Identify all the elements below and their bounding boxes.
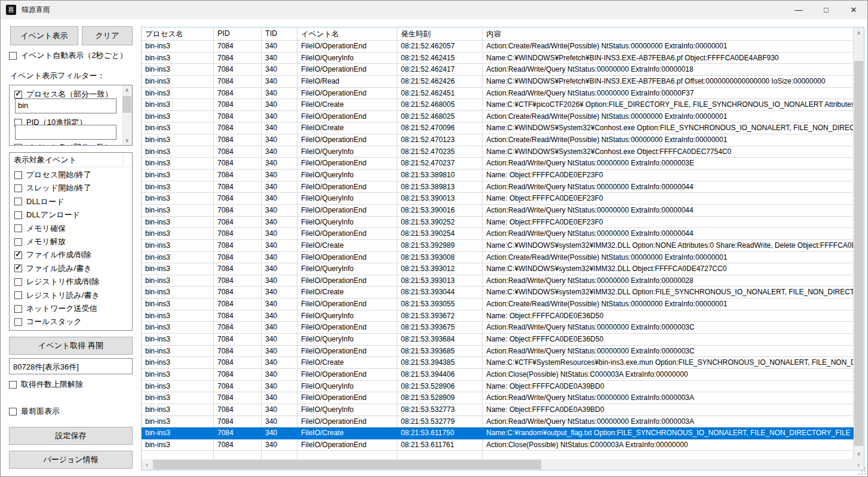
checkbox-box [14,238,22,246]
event-type-checkbox-3[interactable]: DLLアンロード [14,210,80,220]
titlebar: 喜 猫原喜雨 — □ ✕ [1,1,867,19]
table-row[interactable]: bin-ins37084340FileIO/QueryInfo08:21:52.… [142,53,854,64]
filter-scrollbar[interactable]: ∧ ∨ [122,85,132,145]
pid-input[interactable] [15,125,116,140]
table-cell: 340 [262,217,297,229]
column-header-4[interactable]: 発生時刻 [397,27,483,40]
table-cell: FileIO/OperationEnd [297,228,397,240]
app-icon: 喜 [6,5,16,15]
event-type-checkbox-6[interactable]: ファイル作成/削除 [14,250,91,260]
table-row[interactable]: bin-ins37084340FileIO/OperationEnd08:21:… [142,346,854,358]
event-type-checkbox-11[interactable]: コールスタック [14,316,82,327]
close-button[interactable]: ✕ [840,1,867,19]
event-name-filter-checkbox[interactable]: イベント名（部分一致） [14,142,112,146]
scroll-up-icon[interactable]: ∧ [122,87,132,94]
maximize-button[interactable]: □ [812,1,840,19]
column-header-3[interactable]: イベント名 [297,27,397,40]
table-row[interactable]: bin-ins37084340FileIO/OperationEnd08:21:… [142,275,854,287]
table-row[interactable]: bin-ins37084340FileIO/OperationEnd08:21:… [142,392,854,404]
scroll-down-icon[interactable]: ∨ [122,137,132,144]
table-row[interactable]: bin-ins37084340FileIO/OperationEnd08:21:… [142,88,854,100]
horizontal-scrollbar[interactable]: ‹ › [142,459,864,470]
table-row[interactable]: bin-ins37084340FileIO/QueryInfo08:21:53.… [142,334,854,346]
table-row[interactable]: bin-ins37084340FileIO/Create08:21:52.468… [142,99,854,111]
table-cell: 7084 [214,99,262,111]
table-row[interactable]: bin-ins37084340FileIO/OperationEnd08:21:… [142,298,854,310]
minimize-button[interactable]: — [785,1,812,19]
table-row[interactable]: bin-ins37084340FileIO/QueryInfo08:21:53.… [142,170,854,181]
table-row[interactable]: bin-ins37084340FileIO/OperationEnd08:21:… [142,369,854,381]
auto-display-checkbox[interactable]: イベント自動表示（2秒ごと） [9,50,127,61]
table-row[interactable]: bin-ins37084340FileIO/OperationEnd08:21:… [142,205,854,217]
table-row[interactable]: bin-ins37084340FileIO/Create08:21:52.470… [142,122,854,134]
table-cell: 08:21:53.528906 [397,381,483,393]
limit-release-checkbox[interactable]: 取得件数上限解除 [9,379,83,390]
event-type-checkbox-1[interactable]: スレッド開始/終了 [14,183,91,193]
table-cell: 08:21:53.393044 [397,287,483,298]
show-events-button[interactable]: イベント表示 [10,26,78,45]
resize-grip[interactable] [858,467,866,475]
table-row[interactable]: bin-ins37084340FileIO/Create08:21:53.393… [142,287,854,298]
table-cell: FileIO/OperationEnd [297,181,397,193]
event-type-checkbox-10[interactable]: ネットワーク送受信 [14,303,97,314]
table-cell: bin-ins3 [142,334,214,346]
table-row[interactable]: bin-ins37084340FileIO/OperationEnd08:21:… [142,134,854,146]
scroll-left-icon[interactable]: ‹ [143,459,151,470]
checkbox-box [14,198,22,205]
scrollbar-thumb[interactable] [122,96,131,113]
table-row[interactable]: bin-ins37084340FileIO/OperationEnd08:21:… [142,158,854,170]
table-row[interactable] [142,451,854,459]
table-row[interactable]: bin-ins37084340FileIO/QueryInfo08:21:53.… [142,310,854,322]
table-cell: FileIO/QueryInfo [297,334,397,346]
scroll-up-icon[interactable]: ∧ [854,29,864,36]
table-row[interactable]: bin-ins37084340FileIO/OperationEnd08:21:… [142,41,854,53]
event-type-checkbox-9[interactable]: レジストリ読み/書き [14,290,100,301]
table-row[interactable]: bin-ins37084340FileIO/QueryInfo08:21:53.… [142,404,854,416]
table-row[interactable]: bin-ins37084340FileIO/OperationEnd08:21:… [142,181,854,193]
column-header-2[interactable]: TID [262,27,297,40]
vertical-scrollbar[interactable]: ∧ ∨ [854,27,864,459]
table-row[interactable]: bin-ins37084340FileIO/Create08:21:53.611… [142,427,854,439]
topmost-checkbox[interactable]: 最前面表示 [9,406,60,417]
scroll-down-icon[interactable]: ∨ [854,450,864,457]
event-type-label: レジストリ作成/削除 [26,276,99,287]
table-row[interactable]: bin-ins37084340FileIO/OperationEnd08:21:… [142,64,854,76]
column-header-5[interactable]: 内容 [483,27,854,40]
column-header-0[interactable]: プロセス名 [142,27,214,40]
event-type-checkbox-2[interactable]: DLLロード [14,196,64,207]
table-cell: bin-ins3 [142,357,214,369]
event-type-checkbox-4[interactable]: メモリ確保 [14,223,66,234]
table-cell: 08:21:53.389813 [397,181,483,193]
table-row[interactable]: bin-ins37084340FileIO/Create08:21:53.394… [142,357,854,369]
event-type-checkbox-8[interactable]: レジストリ作成/削除 [14,276,99,287]
table-row[interactable]: bin-ins37084340FileIO/OperationEnd08:21:… [142,252,854,264]
table-row[interactable]: bin-ins37084340FileIO/QueryInfo08:21:52.… [142,146,854,158]
table-cell: 08:21:52.470235 [397,146,483,158]
checkbox-box [9,52,17,60]
table-row[interactable]: bin-ins37084340FileIO/QueryInfo08:21:53.… [142,193,854,205]
table-cell: 340 [262,263,297,275]
table-row[interactable]: bin-ins37084340FileIO/QueryInfo08:21:53.… [142,217,854,229]
table-row[interactable]: bin-ins37084340FileIO/QueryInfo08:21:53.… [142,381,854,393]
clear-button[interactable]: クリア [82,26,133,45]
version-info-button[interactable]: バージョン情報 [9,451,133,469]
table-row[interactable]: bin-ins37084340FileIO/OperationEnd08:21:… [142,416,854,428]
table-cell: bin-ins3 [142,439,214,451]
event-type-checkbox-7[interactable]: ファイル読み/書き [14,263,91,274]
table-row[interactable]: bin-ins37084340FileIO/OperationEnd08:21:… [142,228,854,240]
table-row[interactable]: bin-ins37084340FileIO/OperationEnd08:21:… [142,322,854,334]
table-row[interactable]: bin-ins37084340FileIO/Create08:21:53.392… [142,240,854,252]
event-type-checkbox-5[interactable]: メモリ解放 [14,236,66,247]
scrollbar-thumb[interactable] [153,460,541,469]
scrollbar-thumb[interactable] [854,61,863,446]
table-row[interactable]: bin-ins37084340FileIO/QueryInfo08:21:53.… [142,263,854,275]
save-settings-button[interactable]: 設定保存 [9,427,133,445]
event-type-checkbox-0[interactable]: プロセス開始/終了 [14,170,91,180]
table-row[interactable]: bin-ins37084340FileIO/Read08:21:52.46242… [142,76,854,88]
table-cell: 08:21:53.389810 [397,170,483,181]
column-header-1[interactable]: PID [214,27,262,40]
table-row[interactable]: bin-ins37084340FileIO/OperationEnd08:21:… [142,111,854,123]
table-row[interactable]: bin-ins37084340FileIO/OperationEnd08:21:… [142,439,854,451]
resume-capture-button[interactable]: イベント取得 再開 [9,337,133,355]
process-name-input[interactable]: bin [15,99,116,113]
